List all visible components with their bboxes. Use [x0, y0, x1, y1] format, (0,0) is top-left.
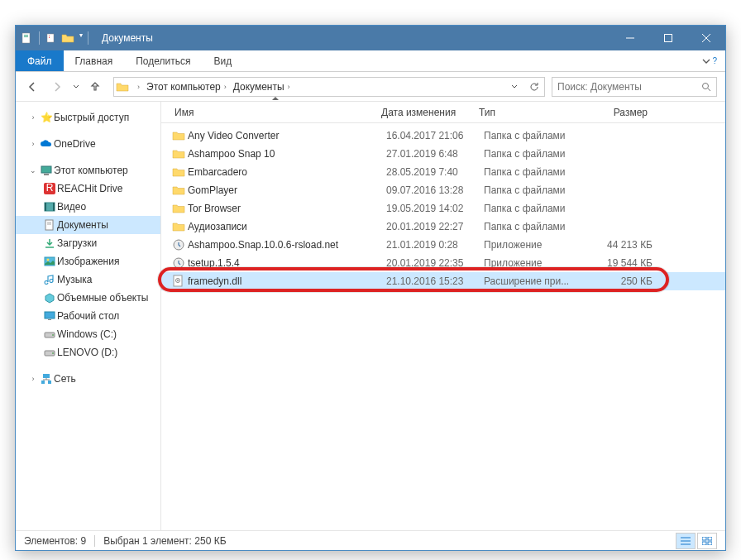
status-bar: Элементов: 9 Выбран 1 элемент: 250 КБ: [16, 530, 725, 550]
view-thumbnails-button[interactable]: [697, 533, 717, 549]
navigation-pane: ›⭐Быстрый доступ ›OneDrive ⌄Этот компьют…: [16, 102, 161, 530]
qat-icon[interactable]: [45, 31, 58, 45]
breadcrumb-thispc[interactable]: Этот компьютер›: [143, 78, 230, 96]
sidebar-item-downloads[interactable]: Загрузки: [16, 234, 160, 252]
ribbon: Файл Главная Поделиться Вид ?: [16, 50, 725, 72]
svg-rect-18: [53, 203, 55, 211]
sidebar-item-quick-access[interactable]: ›⭐Быстрый доступ: [16, 108, 160, 127]
column-name[interactable]: Имя: [170, 102, 381, 122]
location-icon: [114, 81, 131, 93]
file-row[interactable]: Аудиозаписи20.01.2019 22:27Папка с файла…: [161, 218, 725, 236]
folder-icon: [170, 221, 188, 232]
svg-line-11: [708, 89, 710, 91]
file-date: 28.05.2019 7:40: [386, 166, 484, 178]
close-button[interactable]: [687, 26, 725, 50]
tab-home[interactable]: Главная: [64, 50, 125, 71]
file-row[interactable]: Tor Browser19.05.2019 14:02Папка с файла…: [161, 199, 725, 218]
file-row[interactable]: GomPlayer09.07.2016 13:28Папка с файлами: [161, 181, 725, 199]
sidebar-item-onedrive[interactable]: ›OneDrive: [16, 135, 160, 153]
breadcrumb-documents[interactable]: Документы›: [230, 78, 294, 96]
sidebar-item-thispc[interactable]: ⌄Этот компьютер: [16, 161, 160, 179]
file-list[interactable]: Any Video Converter16.04.2017 21:06Папка…: [161, 123, 725, 530]
svg-rect-33: [48, 381, 51, 384]
sidebar-item-music[interactable]: Музыка: [16, 270, 160, 289]
sidebar-item-desktop[interactable]: Рабочий стол: [16, 307, 160, 325]
sidebar-item-reachit[interactable]: RREACHit Drive: [16, 179, 160, 198]
file-name: Any Video Converter: [188, 130, 386, 141]
tab-view[interactable]: Вид: [202, 50, 243, 71]
sidebar-item-d-drive[interactable]: LENOVO (D:): [16, 343, 160, 361]
file-row[interactable]: Embarcadero28.05.2019 7:40Папка с файлам…: [161, 163, 725, 181]
svg-rect-12: [41, 166, 51, 173]
address-dropdown[interactable]: [504, 78, 524, 96]
svg-rect-13: [44, 174, 49, 175]
cube-icon: [42, 292, 57, 304]
sidebar-item-pictures[interactable]: Изображения: [16, 252, 160, 270]
maximize-button[interactable]: [649, 26, 687, 50]
disk-icon: [42, 347, 57, 357]
qat-dropdown[interactable]: ▾: [79, 31, 83, 45]
file-type: Приложение: [484, 257, 585, 269]
svg-point-40: [177, 280, 179, 281]
recent-dropdown[interactable]: [70, 75, 82, 98]
star-icon: ⭐: [39, 112, 54, 123]
sidebar-item-3d[interactable]: Объемные объекты: [16, 289, 160, 307]
file-type: Папка с файлами: [484, 221, 585, 232]
file-date: 21.10.2016 15:23: [386, 275, 484, 287]
file-type: Папка с файлами: [484, 184, 585, 196]
svg-rect-17: [45, 203, 46, 211]
video-icon: [42, 202, 57, 212]
breadcrumb-root-chevron[interactable]: ›: [131, 78, 143, 96]
minimize-button[interactable]: [611, 26, 649, 50]
sidebar-item-c-drive[interactable]: Windows (C:): [16, 325, 160, 343]
sidebar-item-documents[interactable]: Документы: [16, 216, 160, 234]
content-area: Имя Дата изменения Тип Размер Any Video …: [161, 102, 725, 530]
search-input[interactable]: [552, 81, 696, 93]
view-details-button[interactable]: [676, 533, 696, 549]
svg-rect-26: [48, 319, 51, 320]
file-type: Приложение: [484, 239, 585, 251]
tab-share[interactable]: Поделиться: [124, 50, 202, 71]
ribbon-expand-button[interactable]: ?: [694, 50, 725, 71]
forward-button[interactable]: [45, 75, 69, 98]
sidebar-item-videos[interactable]: Видео: [16, 198, 160, 216]
file-row[interactable]: Ashampoo.Snap.10.0.6-rsload.net21.01.201…: [161, 236, 725, 254]
file-row[interactable]: tsetup.1.5.420.01.2019 22:35Приложение19…: [161, 254, 725, 272]
svg-rect-31: [43, 374, 50, 378]
file-date: 20.01.2019 22:27: [386, 221, 484, 232]
svg-text:R: R: [46, 183, 54, 194]
file-row[interactable]: framedyn.dll21.10.2016 15:23Расширение п…: [161, 272, 725, 290]
properties-icon[interactable]: [21, 31, 34, 45]
up-button[interactable]: [84, 75, 107, 98]
refresh-button[interactable]: [524, 78, 544, 96]
file-type: Папка с файлами: [484, 130, 585, 141]
pc-icon: [39, 165, 54, 176]
column-date[interactable]: Дата изменения: [381, 102, 479, 122]
column-size[interactable]: Размер: [580, 102, 662, 122]
file-type: Папка с файлами: [484, 166, 585, 178]
search-box[interactable]: [552, 77, 717, 97]
network-icon: [39, 373, 54, 385]
svg-rect-4: [49, 36, 50, 36]
file-type: Папка с файлами: [484, 203, 585, 214]
file-date: 21.01.2019 0:28: [386, 239, 484, 251]
file-row[interactable]: Ashampoo Snap 1027.01.2019 6:48Папка с ф…: [161, 145, 725, 163]
address-bar[interactable]: › Этот компьютер› Документы›: [113, 77, 545, 97]
back-button[interactable]: [21, 75, 44, 98]
file-date: 20.01.2019 22:35: [386, 257, 484, 269]
sidebar-item-network[interactable]: ›Сеть: [16, 370, 160, 388]
music-icon: [42, 274, 57, 285]
file-row[interactable]: Any Video Converter16.04.2017 21:06Папка…: [161, 127, 725, 145]
column-type[interactable]: Тип: [479, 102, 580, 122]
file-name: tsetup.1.5.4: [188, 257, 386, 269]
download-icon: [42, 237, 57, 249]
file-date: 16.04.2017 21:06: [386, 130, 484, 141]
explorer-window: ▾ Документы Файл Главная Поделиться Вид …: [15, 25, 726, 551]
search-icon[interactable]: [696, 82, 716, 92]
file-size: 250 КБ: [585, 275, 667, 287]
file-name: Tor Browser: [188, 203, 386, 214]
folder-icon: [61, 31, 74, 45]
titlebar[interactable]: ▾ Документы: [16, 26, 725, 50]
folder-icon: [170, 203, 188, 214]
tab-file[interactable]: Файл: [16, 50, 64, 71]
